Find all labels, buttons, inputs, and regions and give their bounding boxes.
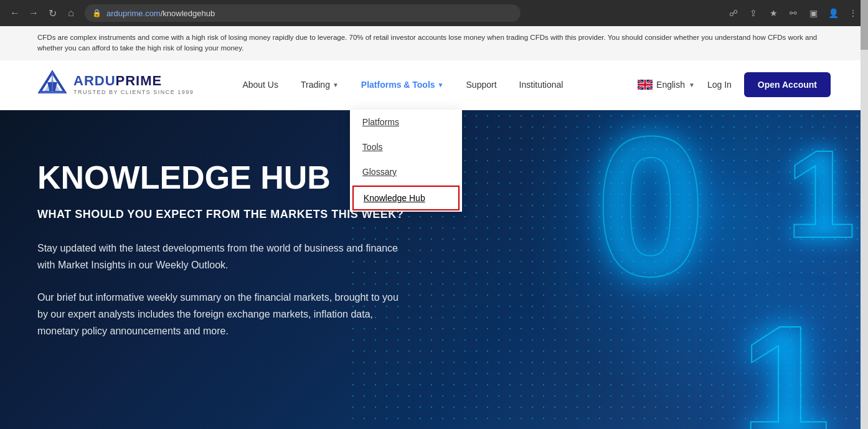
lock-icon: 🔒 — [92, 9, 101, 17]
profile-icon[interactable]: 👤 — [826, 6, 841, 21]
share-icon[interactable]: ⇪ — [746, 6, 761, 21]
browser-right-icons: ☍ ⇪ ★ ⚯ ▣ 👤 ⋮ — [726, 6, 861, 21]
site-header: ARDUPRIME TRUSTED BY CLIENTS SINCE 1999 … — [0, 60, 868, 110]
logo-tagline: TRUSTED BY CLIENTS SINCE 1999 — [73, 89, 194, 95]
refresh-button[interactable]: ↻ — [45, 6, 60, 21]
logo-text-group: ARDUPRIME TRUSTED BY CLIENTS SINCE 1999 — [73, 74, 194, 95]
glow-number-0: 0 — [595, 110, 706, 321]
logo-icon — [37, 70, 67, 100]
translate-icon[interactable]: ☍ — [726, 6, 741, 21]
main-nav: About Us Trading ▼ Platforms & Tools ▼ P… — [231, 60, 638, 110]
glow-number-1: 1 — [740, 290, 831, 430]
nav-support[interactable]: Support — [455, 60, 508, 110]
header-right: English ▼ Log In Open Account — [638, 72, 831, 97]
platforms-tools-dropdown: Platforms Tools Glossary Knowledge Hub — [350, 110, 462, 212]
nav-trading[interactable]: Trading ▼ — [290, 60, 350, 110]
nav-about[interactable]: About Us — [231, 60, 290, 110]
uk-flag-icon — [638, 80, 653, 90]
hero-desc2: Our brief but informative weekly summary… — [37, 289, 411, 340]
scrollbar-thumb[interactable] — [861, 0, 868, 50]
chevron-down-icon: ▼ — [333, 82, 339, 88]
forward-button[interactable]: → — [26, 6, 41, 21]
website: ARDUPRIME TRUSTED BY CLIENTS SINCE 1999 … — [0, 60, 868, 430]
dropdown-tools[interactable]: Tools — [350, 134, 462, 159]
logo-name: ARDUPRIME — [73, 74, 194, 88]
logo[interactable]: ARDUPRIME TRUSTED BY CLIENTS SINCE 1999 — [37, 70, 194, 100]
warning-banner: CFDs are complex instruments and come wi… — [0, 26, 868, 60]
address-bar[interactable]: 🔒 arduprime.com/knowledgehub — [85, 4, 521, 22]
address-text: arduprime.com/knowledgehub — [106, 9, 215, 18]
browser-chrome: ← → ↻ ⌂ 🔒 arduprime.com/knowledgehub ☍ ⇪… — [0, 0, 868, 26]
language-label: English — [656, 80, 685, 90]
home-button[interactable]: ⌂ — [64, 6, 78, 21]
back-button[interactable]: ← — [7, 6, 22, 21]
glow-number-1b: 1 — [786, 123, 856, 266]
open-account-button[interactable]: Open Account — [744, 72, 831, 97]
dropdown-platforms[interactable]: Platforms — [350, 110, 462, 134]
bookmark-icon[interactable]: ★ — [766, 6, 781, 21]
language-selector[interactable]: English ▼ — [638, 80, 695, 90]
nav-platforms-tools[interactable]: Platforms & Tools ▼ Platforms Tools Glos… — [350, 60, 455, 110]
dropdown-glossary[interactable]: Glossary — [350, 159, 462, 184]
layout-icon[interactable]: ▣ — [806, 6, 821, 21]
extensions-icon[interactable]: ⚯ — [786, 6, 801, 21]
login-button[interactable]: Log In — [707, 80, 732, 90]
warning-text: CFDs are complex instruments and come wi… — [37, 34, 817, 52]
nav-institutional[interactable]: Institutional — [508, 60, 575, 110]
menu-icon[interactable]: ⋮ — [846, 6, 861, 21]
hero-desc1: Stay updated with the latest development… — [37, 240, 411, 273]
chevron-down-icon: ▼ — [438, 82, 444, 88]
dropdown-knowledge-hub[interactable]: Knowledge Hub — [352, 186, 460, 210]
hero-numbers: 0 1 1 — [390, 110, 868, 430]
chevron-down-icon: ▼ — [689, 82, 695, 88]
browser-nav: ← → ↻ ⌂ — [7, 6, 78, 21]
scrollbar[interactable] — [861, 0, 868, 429]
